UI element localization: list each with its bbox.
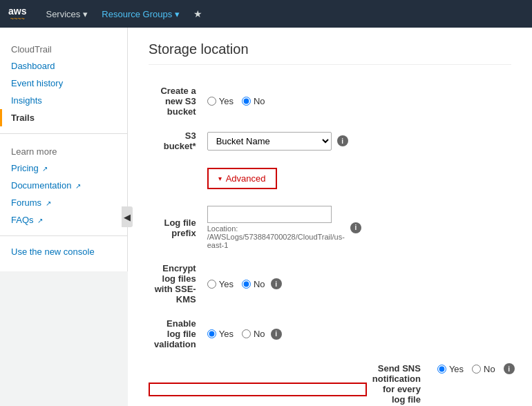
send-sns-no-radio[interactable] — [472, 365, 481, 374]
yes-label: Yes — [219, 96, 234, 106]
create-s3-no-radio[interactable] — [242, 97, 251, 106]
send-sns-cell — [149, 356, 367, 406]
send-sns-yes-label: Yes — [449, 364, 464, 374]
advanced-button[interactable]: ▾ Advanced — [207, 168, 277, 189]
s3-bucket-info-icon[interactable]: i — [337, 135, 348, 146]
encrypt-no-radio[interactable] — [242, 280, 251, 289]
sidebar-item-trails[interactable]: Trails — [0, 109, 127, 126]
validation-yes-radio[interactable] — [207, 329, 216, 338]
pricing-external-icon: ↗ — [42, 165, 48, 173]
create-s3-yes-option[interactable]: Yes — [207, 96, 234, 106]
advanced-control-cell: ▾ Advanced — [202, 158, 367, 199]
favorites-icon[interactable]: ★ — [193, 8, 202, 19]
create-s3-label: Create a new S3 bucket — [149, 79, 202, 124]
sidebar-item-faqs[interactable]: FAQs ↗ — [0, 211, 127, 229]
encrypt-yes-radio[interactable] — [207, 280, 216, 289]
resource-groups-label: Resource Groups — [102, 9, 172, 19]
validation-label: Enable log file validation — [149, 311, 202, 356]
resource-groups-chevron-icon: ▾ — [175, 9, 180, 19]
log-prefix-control-cell: Location: /AWSLogs/573884700028/CloudTra… — [207, 206, 361, 249]
sidebar-item-dashboard[interactable]: Dashboard — [0, 57, 127, 75]
encrypt-row: Encrypt log files with SSE-KMS Yes — [149, 256, 520, 311]
send-sns-no-label: No — [484, 364, 495, 374]
services-menu[interactable]: Services ▾ — [46, 9, 88, 19]
encrypt-control-cell: Yes No i — [207, 278, 361, 289]
validation-row: Enable log file validation Yes No — [149, 311, 520, 356]
bucket-name-select[interactable]: Bucket Name — [207, 132, 332, 151]
resource-groups-menu[interactable]: Resource Groups ▾ — [102, 9, 180, 19]
aws-smile-icon: ~~~~ — [10, 16, 25, 22]
send-sns-no-option[interactable]: No — [472, 364, 495, 374]
log-prefix-row: Log file prefix Location: /AWSLogs/57388… — [149, 199, 520, 256]
send-sns-yes-radio[interactable] — [437, 365, 446, 374]
aws-logo-text: aws — [8, 6, 26, 16]
sidebar-item-event-history[interactable]: Event history — [0, 75, 127, 92]
advanced-button-label: Advanced — [226, 173, 266, 184]
encrypt-no-label: No — [254, 279, 265, 289]
cloudtrail-section-title: CloudTrail — [0, 39, 127, 57]
learn-more-section-title: Learn more — [0, 141, 127, 160]
pricing-label: Pricing — [11, 163, 39, 173]
documentation-label: Documentation — [11, 180, 71, 191]
top-navigation: aws ~~~~ Services ▾ Resource Groups ▾ ★ — [0, 0, 532, 28]
send-sns-controls: Yes No i — [432, 356, 520, 381]
page-layout: CloudTrail Dashboard Event history Insig… — [0, 28, 532, 406]
send-sns-info-icon[interactable]: i — [504, 363, 515, 374]
send-sns-label-text: Send SNS notification for every log file… — [372, 363, 421, 406]
storage-form: Create a new S3 bucket Yes No — [149, 79, 520, 406]
validation-control-cell: Yes No i — [207, 329, 361, 340]
create-s3-controls: Yes No — [202, 79, 367, 124]
validation-info-icon[interactable]: i — [271, 329, 282, 340]
encrypt-label-text: Encrypt log files with SSE-KMS — [155, 263, 196, 304]
services-chevron-icon: ▾ — [83, 9, 88, 19]
validation-yes-option[interactable]: Yes — [207, 329, 234, 339]
encrypt-info-icon[interactable]: i — [271, 278, 282, 289]
send-sns-yes-option[interactable]: Yes — [437, 364, 464, 374]
forums-external-icon: ↗ — [46, 200, 51, 207]
sidebar-item-pricing[interactable]: Pricing ↗ — [0, 160, 127, 177]
validation-yes-label: Yes — [219, 329, 234, 339]
validation-controls: Yes No i — [202, 311, 367, 356]
validation-radio-group: Yes No — [207, 329, 265, 339]
create-s3-radio-group: Yes No — [207, 96, 361, 106]
main-content: Storage location Create a new S3 bucket … — [128, 28, 532, 406]
validation-no-label: No — [254, 329, 265, 339]
services-label: Services — [46, 9, 80, 19]
log-prefix-info-icon[interactable]: i — [350, 222, 361, 233]
aws-logo: aws ~~~~ — [8, 6, 26, 22]
sidebar-collapse-button[interactable]: ◀ — [122, 206, 133, 227]
sidebar: CloudTrail Dashboard Event history Insig… — [0, 28, 128, 271]
location-text: Location: /AWSLogs/573884700028/CloudTra… — [207, 224, 345, 249]
encrypt-radio-group: Yes No — [207, 279, 265, 289]
create-s3-yes-radio[interactable] — [207, 97, 216, 106]
advanced-row: ▾ Advanced — [149, 158, 520, 199]
send-sns-radio-group: Yes No — [437, 364, 495, 374]
sidebar-divider — [0, 133, 127, 134]
encrypt-yes-label: Yes — [219, 279, 234, 289]
forums-label: Forums — [11, 197, 41, 208]
log-prefix-controls: Location: /AWSLogs/573884700028/CloudTra… — [202, 199, 367, 256]
encrypt-yes-option[interactable]: Yes — [207, 279, 234, 289]
s3-bucket-row: S3 bucket* Bucket Name i — [149, 124, 520, 158]
s3-bucket-controls: Bucket Name i — [202, 124, 367, 158]
encrypt-controls: Yes No i — [202, 256, 367, 311]
documentation-external-icon: ↗ — [75, 182, 81, 190]
validation-no-radio[interactable] — [242, 329, 251, 338]
encrypt-no-option[interactable]: No — [242, 279, 265, 289]
s3-bucket-label: S3 bucket* — [149, 124, 202, 158]
sidebar-item-insights[interactable]: Insights — [0, 92, 127, 109]
sidebar-divider-2 — [0, 235, 127, 236]
encrypt-label: Encrypt log files with SSE-KMS — [149, 256, 202, 311]
advanced-arrow-icon: ▾ — [218, 175, 222, 182]
validation-no-option[interactable]: No — [242, 329, 265, 339]
sidebar-item-forums[interactable]: Forums ↗ — [0, 194, 127, 211]
sidebar-item-new-console[interactable]: Use the new console — [0, 243, 127, 260]
log-prefix-input[interactable] — [207, 206, 332, 223]
send-sns-row: Send SNS notification for every log file… — [149, 356, 520, 406]
send-sns-label-cell: Send SNS notification for every log file… — [367, 356, 432, 406]
log-prefix-input-group: Location: /AWSLogs/573884700028/CloudTra… — [207, 206, 345, 249]
faqs-external-icon: ↗ — [37, 217, 43, 224]
storage-location-title: Storage location — [149, 41, 511, 65]
create-s3-no-option[interactable]: No — [242, 96, 265, 106]
sidebar-item-documentation[interactable]: Documentation ↗ — [0, 177, 127, 194]
